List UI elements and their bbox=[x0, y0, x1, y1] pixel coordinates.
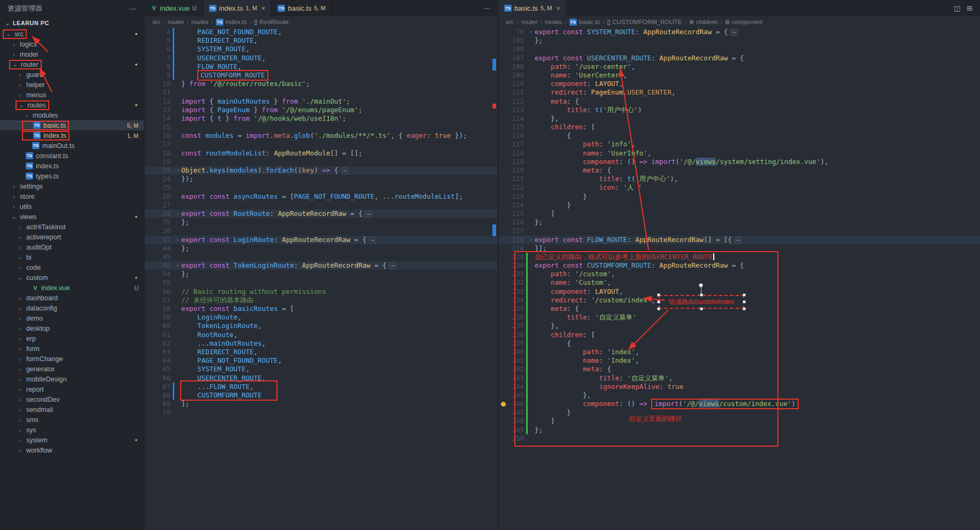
code-line-64[interactable]: 64 PAGE_NOT_FOUND_ROUTE, bbox=[145, 356, 497, 365]
code-line-111[interactable]: 111 redirect: PageEnum.USER_CENTER, bbox=[498, 88, 980, 97]
tree-item-workflow[interactable]: ›workflow bbox=[0, 445, 144, 455]
tree-item-sys[interactable]: ›sys bbox=[0, 425, 144, 435]
layout-icon[interactable]: ⊞ bbox=[967, 4, 973, 12]
code-line-121[interactable]: 121 title: t('用户中心'), bbox=[498, 175, 980, 183]
tree-item-model[interactable]: ›model bbox=[0, 49, 144, 59]
code-line-240[interactable]: 240 path: 'index', bbox=[498, 348, 980, 356]
code-line-250[interactable]: 250 bbox=[498, 434, 980, 443]
split-editor-icon[interactable]: ◫ bbox=[954, 4, 960, 12]
code-line-126[interactable]: 126}; bbox=[498, 218, 980, 227]
tree-item-sendmail[interactable]: ›sendmail bbox=[0, 404, 144, 415]
code-line-10[interactable]: 10} from '/@/router/routes/basic'; bbox=[145, 80, 497, 88]
tree-item-index.ts[interactable]: TSindex.ts1, M bbox=[0, 130, 144, 141]
tree-item-form[interactable]: ›form bbox=[0, 344, 144, 354]
code-line-17[interactable]: 17 bbox=[145, 140, 497, 149]
code-line-106[interactable]: 106 bbox=[498, 45, 980, 53]
code-line-123[interactable]: 123 } bbox=[498, 192, 980, 201]
selection-rotate-handle[interactable] bbox=[699, 283, 703, 287]
code-line-25[interactable]: 25 bbox=[145, 183, 497, 192]
code-line-13[interactable]: 13import { PageEnum } from '/@/enums/pag… bbox=[145, 106, 497, 114]
code-line-60[interactable]: 60 TokenLoginRoute, bbox=[145, 322, 497, 330]
tree-item-desktop[interactable]: ›desktop bbox=[0, 323, 144, 333]
tree-item-activereport[interactable]: ›activereport bbox=[0, 232, 144, 242]
code-line-113[interactable]: 113 title: t('用户中心') bbox=[498, 106, 980, 114]
selection-handle[interactable] bbox=[657, 300, 660, 303]
code-line-248[interactable]: 248 ] bbox=[498, 417, 980, 425]
tab-index.ts[interactable]: TSindex.ts1, M× bbox=[203, 0, 272, 16]
code-line-28[interactable]: 28›export const RootRoute: AppRouteRecor… bbox=[145, 209, 497, 218]
code-line-107[interactable]: 107export const USERCENTER_ROUTE: AppRou… bbox=[498, 54, 980, 63]
fold-chevron-icon[interactable]: › bbox=[174, 236, 181, 244]
tree-item-router[interactable]: ⌄router● bbox=[0, 59, 144, 69]
code-line-6[interactable]: 6 SYSTEM_ROUTE, bbox=[145, 45, 497, 53]
tree-item-helper[interactable]: ›helper bbox=[0, 80, 144, 90]
code-line-62[interactable]: 62 ...mainOutRoutes, bbox=[145, 339, 497, 348]
tree-item-basic.ts[interactable]: TSbasic.ts5, M bbox=[0, 120, 144, 130]
tree-item-src[interactable]: ⌄src● bbox=[0, 29, 144, 39]
tab-basic.ts[interactable]: TSbasic.ts5, M bbox=[272, 0, 331, 16]
code-line-11[interactable]: 11 bbox=[145, 88, 497, 97]
workspace-header[interactable]: ⌄ LEARUN PC bbox=[0, 17, 144, 29]
tree-item-code[interactable]: ›code bbox=[0, 262, 144, 272]
code-line-233[interactable]: 233 component: LAYOUT, bbox=[498, 287, 980, 296]
code-line-76[interactable]: 76›export const SYSTEM_ROUTE: AppRouteRe… bbox=[498, 28, 980, 36]
code-line-12[interactable]: 12import { mainOutRoutes } from './mainO… bbox=[145, 97, 497, 106]
code-line-243[interactable]: 243 title: '自定义菜单', bbox=[498, 374, 980, 383]
tree-item-store[interactable]: ›store bbox=[0, 191, 144, 201]
tree-item-types.ts[interactable]: TStypes.ts bbox=[0, 171, 144, 181]
explorer-more-icon[interactable]: ⋯ bbox=[129, 4, 136, 13]
selection-handle[interactable] bbox=[657, 293, 660, 297]
code-line-61[interactable]: 61 RootRoute, bbox=[145, 331, 497, 339]
code-line-45[interactable]: 45 bbox=[145, 253, 497, 261]
tree-item-settings[interactable]: ›settings bbox=[0, 181, 144, 191]
code-line-236[interactable]: 236 title: '自定义菜单' bbox=[498, 313, 980, 322]
selection-handle[interactable] bbox=[743, 293, 746, 297]
code-line-7[interactable]: 7 USERCENTER_ROUTE, bbox=[145, 54, 497, 63]
code-line-235[interactable]: 235 meta: { bbox=[498, 305, 980, 313]
breadcrumb-item-routes[interactable]: routes bbox=[545, 19, 562, 25]
code-line-110[interactable]: 110 component: LAYOUT, bbox=[498, 80, 980, 88]
code-line-37[interactable]: 37›export const LoginRoute: AppRouteReco… bbox=[145, 236, 497, 244]
code-line-112[interactable]: 112 meta: { bbox=[498, 97, 980, 106]
code-line-46[interactable]: 46›export const TokenLoginRoute: AppRout… bbox=[145, 261, 497, 270]
code-line-57[interactable]: 57// 未经许可的基本路由 bbox=[145, 296, 497, 305]
code-line-230[interactable]: 230export const CUSTOMFORM_ROUTE: AppRou… bbox=[498, 261, 980, 270]
tree-item-secondDev[interactable]: ›secondDev bbox=[0, 394, 144, 404]
code-line-36[interactable]: 36 bbox=[145, 227, 497, 235]
code-line-237[interactable]: 237 }, bbox=[498, 322, 980, 330]
code-line-109[interactable]: 109 name: 'UserCenter', bbox=[498, 71, 980, 80]
code-line-4[interactable]: 4 PAGE_NOT_FOUND_ROUTE, bbox=[145, 28, 497, 36]
code-line-9[interactable]: 9 CUSTOMFORM_ROUTE bbox=[145, 71, 497, 80]
code-line-116[interactable]: 116 { bbox=[498, 131, 980, 140]
code-line-128[interactable]: 128›export const FLOW_ROUTE: AppRouteRec… bbox=[498, 236, 980, 244]
tree-item-erp[interactable]: ›erp bbox=[0, 333, 144, 344]
code-line-27[interactable]: 27 bbox=[145, 201, 497, 209]
code-line-54[interactable]: 54}; bbox=[145, 270, 497, 278]
code-line-65[interactable]: 65 SYSTEM_ROUTE, bbox=[145, 365, 497, 373]
code-line-19[interactable]: 19 bbox=[145, 158, 497, 166]
code-line-119[interactable]: 119 component: () => import('/@/views/sy… bbox=[498, 158, 980, 166]
breadcrumb-item-RootRoute[interactable]: []RootRoute bbox=[254, 19, 289, 25]
editor-actions-icon[interactable]: ⋯ bbox=[483, 4, 497, 12]
code-line-246[interactable]: 246 component: () => import('/@/views/cu… bbox=[498, 400, 980, 408]
code-line-229[interactable]: 229自己定义的路由，格式可以参考上面的USERCENTER_ROUTE bbox=[498, 253, 980, 261]
code-line-228[interactable]: 228}]; bbox=[498, 244, 980, 253]
breadcrumb-item-children[interactable]: ⚙children bbox=[689, 19, 717, 25]
close-icon[interactable]: × bbox=[261, 4, 266, 12]
code-line-58[interactable]: 58export const basicRoutes = [ bbox=[145, 305, 497, 313]
breadcrumb-item-basic.ts[interactable]: TSbasic.ts bbox=[569, 19, 600, 26]
close-icon[interactable]: × bbox=[556, 4, 560, 12]
code-line-232[interactable]: 232 name: 'Custom', bbox=[498, 278, 980, 287]
code-line-20[interactable]: 20›Object.keys(modules).forEach((key) =>… bbox=[145, 166, 497, 175]
breadcrumb-item-component[interactable]: ⊞component bbox=[725, 19, 762, 25]
code-line-105[interactable]: 105}; bbox=[498, 36, 980, 45]
tree-item-generator[interactable]: ›generator bbox=[0, 364, 144, 374]
tree-item-views[interactable]: ⌄views● bbox=[0, 212, 144, 222]
breadcrumb-item-routes[interactable]: routes bbox=[191, 19, 209, 25]
tree-item-sms[interactable]: ›sms bbox=[0, 415, 144, 425]
code-line-5[interactable]: 5 REDIRECT_ROUTE, bbox=[145, 36, 497, 45]
fold-chevron-icon[interactable]: › bbox=[528, 28, 535, 36]
code-line-59[interactable]: 59 LoginRoute, bbox=[145, 313, 497, 322]
tree-item-logics[interactable]: ›logics bbox=[0, 39, 144, 49]
code-line-16[interactable]: 16const modules = import.meta.glob('./mo… bbox=[145, 131, 497, 140]
